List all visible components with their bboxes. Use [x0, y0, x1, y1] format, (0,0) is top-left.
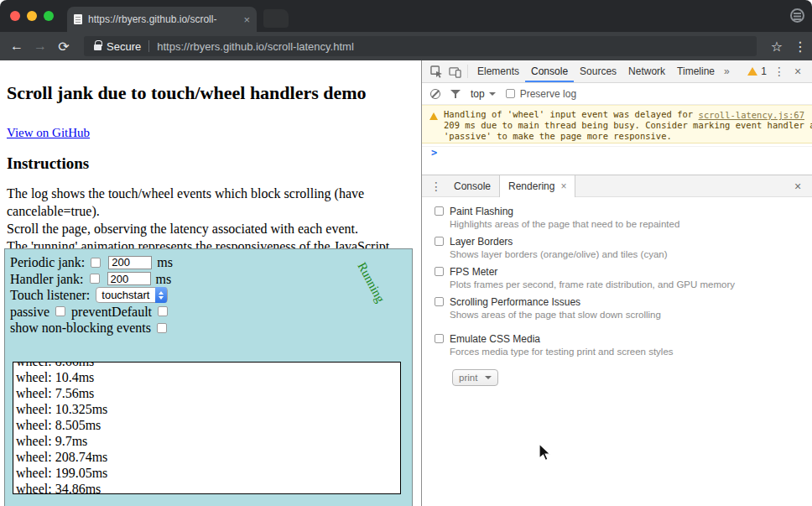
tab-sources[interactable]: Sources — [574, 60, 622, 82]
preserve-log-checkbox[interactable] — [506, 89, 515, 98]
render-option-title: Layer Borders — [450, 236, 668, 248]
url-text: https://rbyers.github.io/scroll-latency.… — [157, 40, 354, 53]
clear-console-icon[interactable] — [430, 89, 440, 99]
passive-checkbox[interactable] — [55, 306, 65, 316]
drawer-close-icon[interactable]: × — [789, 178, 807, 195]
execution-context-select[interactable]: top — [471, 88, 496, 100]
controls-panel: Periodic jank: ms Handler jank: ms Touch… — [4, 248, 413, 506]
more-tabs-icon[interactable]: » — [721, 60, 733, 82]
periodic-jank-label: Periodic jank: — [10, 254, 85, 271]
browser-toolbar: ← → ⟳ Secure https://rbyers.github.io/sc… — [0, 32, 812, 60]
source-link[interactable]: scroll-latency.js:67 — [699, 110, 804, 120]
devtools-tabbar: Elements Console Sources Network Timelin… — [422, 60, 812, 83]
browser-menu-icon[interactable]: ⋮ — [789, 39, 812, 55]
log-entry: wheel: 8.505ms — [16, 417, 400, 433]
log-entry: wheel: 208.74ms — [16, 449, 400, 465]
touch-listener-label: Touch listener: — [10, 287, 90, 304]
passive-label: passive — [10, 304, 49, 321]
bookmark-star-icon[interactable]: ☆ — [765, 39, 789, 55]
render-option-desc: Shows areas of the page that slow down s… — [450, 309, 661, 321]
handler-jank-input[interactable] — [107, 272, 151, 285]
log-entry: wheel: 199.05ms — [16, 465, 400, 481]
lock-icon — [94, 44, 102, 50]
render-option-paint-flashing: Paint Flashing Highlights areas of the p… — [435, 206, 802, 230]
warning-icon — [747, 67, 757, 76]
log-entry: wheel: 9.7ms — [16, 433, 400, 449]
github-link[interactable]: View on GitHub — [7, 126, 90, 140]
tab-console[interactable]: Console — [525, 60, 574, 82]
show-nonblocking-label: show non-blocking events — [10, 320, 151, 336]
device-toolbar-icon[interactable] — [445, 63, 464, 80]
paragraph-line: cancelable=true). — [7, 202, 389, 220]
console-prompt[interactable]: > — [422, 146, 812, 161]
log-entry: wheel: 10.325ms — [16, 401, 400, 417]
execution-context-value: top — [471, 88, 485, 100]
inspect-element-icon[interactable] — [427, 63, 445, 80]
show-nonblocking-checkbox[interactable] — [157, 323, 167, 333]
log-entry: wheel: 7.56ms — [16, 385, 400, 401]
paint-flashing-checkbox[interactable] — [435, 206, 444, 216]
forward-button[interactable]: → — [29, 39, 52, 54]
render-option-fps-meter: FPS Meter Plots frames per second, frame… — [435, 266, 802, 290]
warning-count: 1 — [761, 65, 767, 77]
tab-elements[interactable]: Elements — [471, 60, 525, 82]
preserve-log-label: Preserve log — [520, 88, 576, 100]
scrolling-performance-checkbox[interactable] — [435, 297, 444, 306]
log-entry: wheel: 10.4ms — [16, 369, 400, 385]
reload-button[interactable]: ⟳ — [52, 39, 75, 55]
instructions-paragraph: The log shows the touch/wheel events whi… — [7, 185, 389, 255]
page-title: Scroll jank due to touch/wheel handlers … — [7, 82, 367, 104]
minimize-window-button[interactable] — [27, 11, 37, 21]
event-log: wheel: 8.66ms wheel: 10.4ms wheel: 7.56m… — [13, 362, 401, 494]
chevron-down-icon — [489, 92, 496, 96]
handler-jank-unit: ms — [156, 271, 172, 288]
tab-close-icon[interactable]: × — [243, 14, 250, 25]
render-option-title: FPS Meter — [450, 266, 735, 278]
drawer-tab-rendering[interactable]: Rendering × — [499, 175, 575, 197]
page-favicon-icon — [74, 14, 82, 24]
address-bar[interactable]: Secure https://rbyers.github.io/scroll-l… — [84, 36, 757, 56]
tab-title: https://rbyers.github.io/scroll- — [88, 13, 237, 25]
back-button[interactable]: ← — [5, 39, 29, 54]
warning-line: 'passive' to make the page more responsi… — [444, 131, 713, 142]
rendering-panel: Paint Flashing Highlights areas of the p… — [422, 197, 812, 506]
secure-label: Secure — [107, 40, 141, 53]
devtools-close-icon[interactable]: × — [789, 63, 807, 80]
profile-menu-icon[interactable] — [790, 8, 804, 23]
prevent-default-label: preventDefault — [71, 304, 152, 321]
close-window-button[interactable] — [10, 11, 20, 21]
filter-icon[interactable] — [450, 89, 461, 99]
handler-jank-checkbox[interactable] — [90, 274, 100, 284]
css-media-select[interactable]: print — [452, 369, 498, 386]
periodic-jank-checkbox[interactable] — [91, 258, 101, 268]
drawer-tabbar: ⋮ Console Rendering × × — [422, 175, 812, 197]
console-warning-message: Handling of 'wheel' input event was dela… — [422, 105, 812, 143]
new-tab-button[interactable] — [263, 9, 289, 28]
tab-network[interactable]: Network — [622, 60, 671, 82]
touch-listener-select[interactable]: touchstart — [96, 287, 168, 303]
close-icon[interactable]: × — [560, 175, 566, 197]
warning-text: Handling of 'wheel' input event was dela… — [444, 109, 713, 142]
prevent-default-checkbox[interactable] — [158, 306, 168, 316]
drawer-tab-console[interactable]: Console — [445, 175, 499, 197]
webpage-content: Scroll jank due to touch/wheel handlers … — [0, 60, 420, 506]
log-entry: wheel: 8.66ms — [16, 362, 400, 369]
emulate-css-media-checkbox[interactable] — [435, 334, 444, 343]
select-stepper-icon — [155, 287, 167, 303]
fps-meter-checkbox[interactable] — [435, 267, 444, 276]
render-option-desc: Shows layer borders (orange/olive) and t… — [450, 248, 668, 260]
fullscreen-window-button[interactable] — [44, 11, 54, 21]
periodic-jank-unit: ms — [157, 254, 173, 271]
layer-borders-checkbox[interactable] — [435, 237, 444, 246]
devtools-menu-icon[interactable]: ⋮ — [770, 63, 789, 80]
console-warning-badge[interactable]: 1 — [747, 65, 767, 77]
browser-tab[interactable]: https://rbyers.github.io/scroll- × — [67, 7, 257, 32]
render-option-desc: Plots frames per second, frame rate dist… — [450, 279, 735, 290]
url-divider — [148, 40, 149, 52]
periodic-jank-input[interactable] — [108, 256, 152, 269]
preserve-log-control[interactable]: Preserve log — [506, 88, 576, 100]
instructions-heading: Instructions — [7, 154, 89, 173]
drawer-menu-icon[interactable]: ⋮ — [427, 178, 445, 195]
tab-timeline[interactable]: Timeline — [671, 60, 721, 82]
handler-jank-label: Handler jank: — [10, 271, 84, 288]
